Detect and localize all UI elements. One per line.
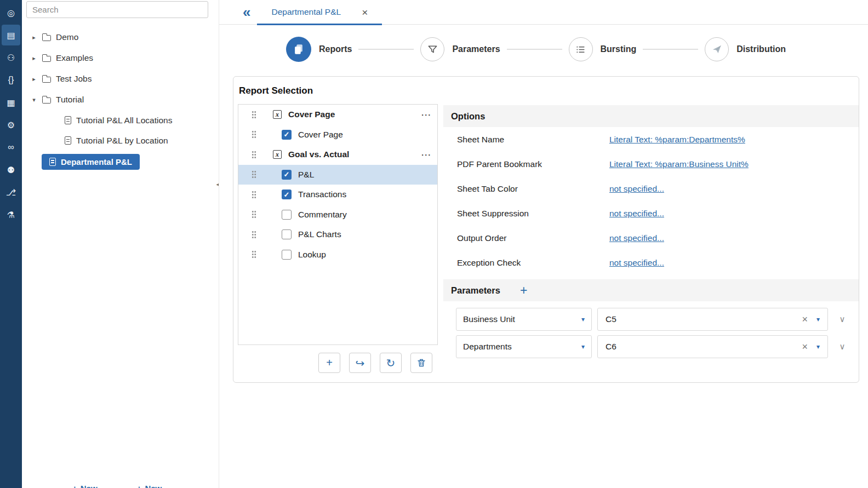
dropdown-arrow-icon[interactable]: ▾	[816, 315, 820, 323]
report-group-row[interactable]: x Cover Page ⋯	[238, 105, 437, 125]
folder-icon	[42, 56, 51, 62]
tree-item-demo[interactable]: ▸ Demo	[26, 27, 219, 48]
tree-item-tutorial-pl-all-locations[interactable]: Tutorial P&L All Locations	[65, 110, 219, 130]
add-parameter-icon[interactable]: +	[520, 284, 527, 297]
option-value-link[interactable]: not specified...	[609, 184, 664, 194]
drag-handle-icon[interactable]	[252, 191, 256, 199]
report-sheet-row[interactable]: Commentary	[238, 205, 437, 225]
parameter-value-field[interactable]: C6 × ▾	[597, 335, 828, 358]
job-tree: ▸ Demo ▸ Examples ▸ Test Jobs ▾ Tutorial…	[26, 27, 219, 173]
tree-item-test-jobs[interactable]: ▸ Test Jobs	[26, 68, 219, 89]
new-item-link[interactable]: + New	[72, 484, 98, 488]
option-row-sheet-name: Sheet Name Literal Text: %param:Departme…	[443, 127, 859, 152]
step-distribution[interactable]: Distribution	[705, 37, 786, 61]
report-doc-icon	[65, 136, 71, 145]
tab-departmental-pl[interactable]: Departmental P&L ×	[257, 0, 382, 25]
tree-item-tutorial-pl-by-location[interactable]: Tutorial P&L by Location	[65, 130, 219, 151]
option-value-link[interactable]: not specified...	[609, 258, 664, 268]
checkbox-unchecked[interactable]	[282, 229, 292, 239]
options-header: Options	[443, 105, 859, 127]
more-menu-icon[interactable]: ⋯	[421, 108, 432, 121]
parameter-value-field[interactable]: C5 × ▾	[597, 308, 828, 331]
report-sheet-label: Transactions	[298, 190, 346, 199]
parameter-name-select[interactable]: Departments ▾	[456, 335, 592, 358]
folder-icon	[42, 35, 51, 41]
parameters-header: Parameters +	[443, 279, 859, 301]
clear-value-icon[interactable]: ×	[802, 342, 808, 352]
drag-handle-icon[interactable]	[252, 111, 256, 119]
users-icon[interactable]: ⚇	[2, 47, 20, 68]
code-braces-icon[interactable]: {}	[2, 70, 20, 90]
report-doc-icon	[65, 116, 71, 124]
clear-value-icon[interactable]: ×	[802, 314, 808, 324]
checkbox-unchecked[interactable]	[282, 210, 292, 220]
option-row-sheet-suppression: Sheet Suppression not specified...	[443, 201, 859, 226]
report-sheet-row[interactable]: Lookup	[238, 245, 437, 265]
checkbox-checked[interactable]	[282, 170, 292, 180]
step-reports[interactable]: Reports	[286, 37, 352, 62]
report-sheet-row[interactable]: P&L Charts	[238, 225, 437, 245]
branch-icon[interactable]: ⎇	[2, 182, 20, 203]
delete-button[interactable]	[410, 353, 432, 373]
compass-icon[interactable]: ◎	[2, 2, 20, 23]
workbook-icon: x	[273, 150, 282, 159]
options-title: Options	[451, 111, 485, 122]
drag-handle-icon[interactable]	[252, 231, 256, 239]
checkbox-checked[interactable]	[282, 130, 292, 140]
automation-gears-icon[interactable]: ⚙	[2, 114, 20, 135]
parameter-value: C5	[606, 314, 616, 324]
drag-handle-icon[interactable]	[252, 130, 256, 139]
stepper-connector	[358, 49, 414, 50]
new-item-link[interactable]: + New	[137, 484, 162, 488]
parameter-value: C6	[606, 342, 616, 352]
collapse-panel-icon[interactable]: «	[243, 5, 250, 19]
checkbox-unchecked[interactable]	[282, 250, 292, 260]
tree-item-departmental-pl[interactable]: Departmental P&L	[42, 154, 140, 170]
add-report-button[interactable]: +	[318, 353, 340, 373]
drag-handle-icon[interactable]	[252, 151, 256, 159]
tree-item-examples[interactable]: ▸ Examples	[26, 48, 219, 68]
reports-step-icon	[286, 37, 311, 62]
tree-item-tutorial[interactable]: ▾ Tutorial	[26, 89, 219, 110]
more-menu-icon[interactable]: ⋯	[421, 148, 432, 161]
report-sheet-row[interactable]: Cover Page	[238, 125, 437, 145]
expand-row-chevron-icon[interactable]: ∨	[833, 314, 851, 324]
option-value-link[interactable]: not specified...	[609, 233, 664, 243]
report-sheet-row[interactable]: Transactions	[238, 185, 437, 205]
report-sheet-row-selected[interactable]: P&L	[238, 165, 437, 185]
drag-handle-icon[interactable]	[252, 210, 256, 219]
option-value-link[interactable]: Literal Text: %param:Departments%	[609, 135, 745, 145]
caret-down-icon[interactable]: ▾	[31, 96, 37, 104]
connections-link-icon[interactable]: ∞	[2, 137, 20, 158]
caret-right-icon[interactable]: ▸	[31, 55, 37, 62]
redo-button[interactable]: ↪	[349, 353, 371, 373]
option-label: Sheet Suppression	[457, 209, 609, 219]
step-parameters[interactable]: Parameters	[420, 37, 500, 61]
tab-close-icon[interactable]: ×	[362, 7, 368, 18]
search-input[interactable]	[26, 1, 208, 18]
user-admin-icon[interactable]: ⚉	[2, 159, 20, 180]
parameter-name-select[interactable]: Business Unit ▾	[456, 308, 592, 331]
caret-right-icon[interactable]: ▸	[31, 76, 37, 83]
dropdown-arrow-icon: ▾	[581, 343, 585, 351]
plus-icon: +	[72, 484, 77, 488]
new-link-label: New	[81, 484, 98, 488]
caret-right-icon[interactable]: ▸	[31, 34, 37, 41]
calendar-icon[interactable]: ▦	[2, 92, 20, 113]
lab-flask-icon[interactable]: ⚗	[2, 204, 20, 225]
tree-collapse-handle-icon[interactable]: ◂	[216, 181, 219, 188]
drag-handle-icon[interactable]	[252, 170, 256, 179]
drag-handle-icon[interactable]	[252, 250, 256, 259]
checkbox-checked[interactable]	[282, 190, 292, 199]
refresh-button[interactable]: ↻	[380, 353, 402, 373]
option-value-link[interactable]: Literal Text: %param:Business Unit%	[609, 159, 749, 169]
expand-row-chevron-icon[interactable]: ∨	[833, 342, 851, 352]
dropdown-arrow-icon[interactable]: ▾	[816, 343, 820, 351]
report-sheet-label: Lookup	[298, 250, 326, 260]
reports-icon[interactable]: ▤	[2, 25, 20, 45]
option-value-link[interactable]: not specified...	[609, 209, 664, 219]
report-group-row[interactable]: x Goal vs. Actual ⋯	[238, 145, 437, 165]
step-bursting[interactable]: Bursting	[569, 37, 637, 61]
parameter-row-business-unit: Business Unit ▾ C5 × ▾ ∨	[456, 308, 851, 331]
report-group-label: Cover Page	[288, 110, 335, 119]
